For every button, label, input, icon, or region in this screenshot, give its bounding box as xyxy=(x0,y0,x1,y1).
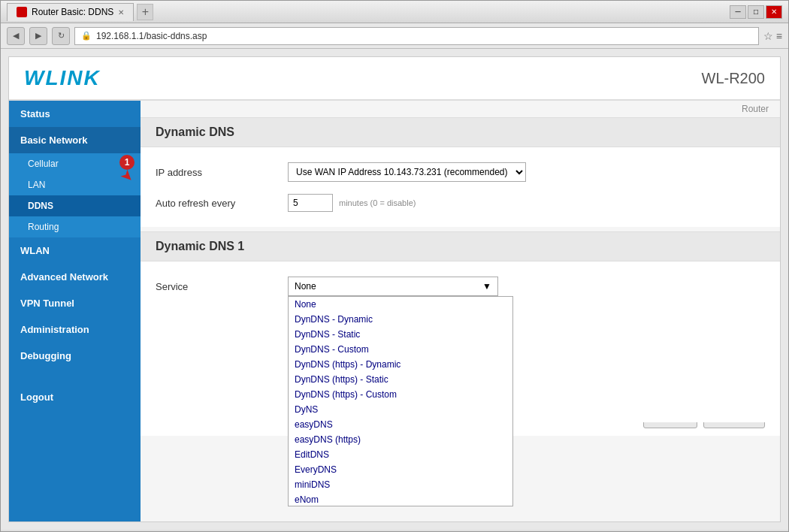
main-content: Router Dynamic DNS IP address Use WAN IP… xyxy=(141,101,780,521)
ip-address-row: IP address Use WAN IP Address 10.143.73.… xyxy=(156,156,765,188)
badge-container: 1 ➤ xyxy=(119,155,135,183)
section-body-ddns: IP address Use WAN IP Address 10.143.73.… xyxy=(141,147,780,227)
auto-refresh-control: 5 minutes (0 = disable) xyxy=(288,194,416,212)
sidebar-item-routing[interactable]: Routing xyxy=(9,216,141,237)
list-item[interactable]: miniDNS xyxy=(289,477,512,492)
dns1-service-label: Service xyxy=(156,281,276,292)
bookmark-star-icon[interactable]: ☆ xyxy=(763,30,773,42)
sidebar-item-status[interactable]: Status xyxy=(9,101,141,127)
sidebar-item-wlan[interactable]: WLAN xyxy=(9,237,141,264)
auto-refresh-row: Auto refresh every 5 minutes (0 = disabl… xyxy=(156,188,765,218)
page-content: WLINK WL-R200 Status Basic Network Cellu… xyxy=(1,49,788,530)
router-body: Status Basic Network Cellular 1 ➤ xyxy=(9,101,780,521)
sidebar-item-debugging[interactable]: Debugging xyxy=(9,343,141,369)
browser-nav-icons: ☆ ≡ xyxy=(763,30,782,42)
back-button[interactable]: ◀ xyxy=(7,27,25,45)
sidebar-item-advanced-network[interactable]: Advanced Network xyxy=(9,264,141,290)
list-item[interactable]: DynDNS (https) - Custom xyxy=(289,387,512,402)
sidebar-item-basic-network[interactable]: Basic Network xyxy=(9,127,141,153)
dns1-service-dropdown-list[interactable]: NoneDynDNS - DynamicDynDNS - StaticDynDN… xyxy=(288,296,513,506)
list-item[interactable]: DynDNS - Static xyxy=(289,327,512,342)
section-title-ddns: Dynamic DNS xyxy=(141,117,780,147)
notification-badge: 1 xyxy=(119,155,135,170)
ip-address-control: Use WAN IP Address 10.143.73.231 (recomm… xyxy=(288,162,526,182)
dropdown-arrow-icon: ▼ xyxy=(482,281,491,292)
model-name: WL-R200 xyxy=(702,70,765,87)
menu-icon[interactable]: ≡ xyxy=(776,30,782,42)
sidebar: Status Basic Network Cellular 1 ➤ xyxy=(9,101,141,521)
list-item[interactable]: EveryDNS xyxy=(289,462,512,477)
dynamic-dns1-section: Dynamic DNS 1 Service None ▼ xyxy=(141,231,780,422)
dns1-service-select[interactable]: None ▼ xyxy=(288,277,498,296)
list-item[interactable]: easyDNS (https) xyxy=(289,432,512,447)
refresh-button[interactable]: ↻ xyxy=(52,27,70,45)
nav-bar: ◀ ▶ ↻ 🔒 192.168.1.1/basic-ddns.asp ☆ ≡ xyxy=(1,23,788,49)
new-tab-button[interactable]: + xyxy=(137,4,153,20)
browser-tab[interactable]: Router Basic: DDNS ✕ xyxy=(7,3,134,21)
list-item[interactable]: easyDNS xyxy=(289,417,512,432)
dns1-service-dropdown-container: None ▼ NoneDynDNS - DynamicDynDNS - Stat… xyxy=(288,277,498,296)
tab-label: Router Basic: DDNS xyxy=(32,7,113,17)
list-item[interactable]: EditDNS xyxy=(289,447,512,462)
sidebar-item-administration[interactable]: Administration xyxy=(9,316,141,343)
router-container: WLINK WL-R200 Status Basic Network Cellu… xyxy=(8,56,781,522)
list-item[interactable]: DynDNS (https) - Dynamic xyxy=(289,357,512,372)
section-body-dns1: Service None ▼ NoneDynDNS xyxy=(141,261,780,422)
sidebar-item-vpn-tunnel[interactable]: VPN Tunnel xyxy=(9,290,141,316)
list-item[interactable]: eNom xyxy=(289,492,512,506)
dns1-service-row: Service None ▼ NoneDynDNS xyxy=(156,271,765,302)
sidebar-item-cellular[interactable]: Cellular 1 ➤ xyxy=(9,153,141,174)
close-button[interactable]: ✕ xyxy=(766,5,782,19)
wlink-logo: WLINK xyxy=(24,66,101,90)
breadcrumb: Router xyxy=(141,101,780,117)
auto-refresh-label: Auto refresh every xyxy=(156,198,276,209)
title-bar: Router Basic: DDNS ✕ + ─ □ ✕ xyxy=(1,1,788,23)
maximize-button[interactable]: □ xyxy=(748,5,764,19)
tab-favicon xyxy=(17,7,27,17)
forward-button[interactable]: ▶ xyxy=(29,27,47,45)
section-title-dns1: Dynamic DNS 1 xyxy=(141,231,780,261)
ip-address-select[interactable]: Use WAN IP Address 10.143.73.231 (recomm… xyxy=(288,162,526,182)
list-item[interactable]: DynDNS - Custom xyxy=(289,342,512,357)
list-item[interactable]: None xyxy=(289,297,512,312)
tab-close-button[interactable]: ✕ xyxy=(118,8,124,17)
list-item[interactable]: DynDNS - Dynamic xyxy=(289,312,512,327)
address-bar[interactable]: 🔒 192.168.1.1/basic-ddns.asp xyxy=(74,27,759,45)
list-item[interactable]: DynDNS (https) - Static xyxy=(289,372,512,387)
dns1-dropdown-options[interactable]: NoneDynDNS - DynamicDynDNS - StaticDynDN… xyxy=(289,297,512,506)
auto-refresh-input[interactable]: 5 xyxy=(288,194,333,212)
list-item[interactable]: DyNS xyxy=(289,402,512,417)
browser-window: Router Basic: DDNS ✕ + ─ □ ✕ ◀ ▶ ↻ 🔒 192… xyxy=(0,0,789,532)
minimize-button[interactable]: ─ xyxy=(730,5,746,19)
sidebar-item-logout[interactable]: Logout xyxy=(9,384,141,410)
router-header: WLINK WL-R200 xyxy=(9,57,780,101)
sidebar-item-ddns[interactable]: DDNS xyxy=(9,195,141,216)
ip-address-label: IP address xyxy=(156,167,276,178)
window-controls: ─ □ ✕ xyxy=(730,5,782,19)
dynamic-dns-section: Dynamic DNS IP address Use WAN IP Addres… xyxy=(141,117,780,227)
auto-refresh-hint: minutes (0 = disable) xyxy=(339,198,416,207)
address-text: 192.168.1.1/basic-ddns.asp xyxy=(96,31,207,41)
dns1-service-value: None xyxy=(295,281,316,292)
